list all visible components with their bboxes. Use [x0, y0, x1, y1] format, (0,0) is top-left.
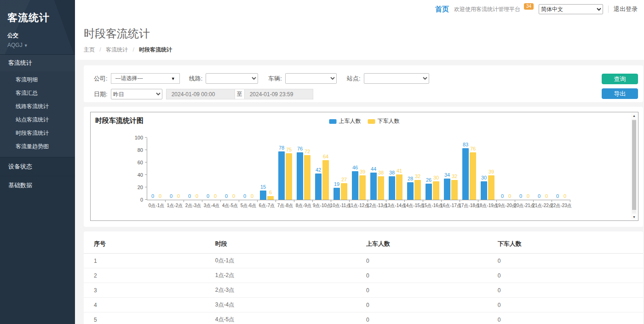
bar-group: 002点-3点: [184, 138, 202, 200]
table-cell: 2: [84, 268, 215, 283]
sidebar-item[interactable]: 基础数据: [0, 176, 75, 195]
legend-item[interactable]: 下车人数: [368, 117, 400, 125]
scrollbar-thumb[interactable]: [632, 120, 636, 210]
sidebar-subitem[interactable]: 时段客流统计: [0, 127, 75, 140]
table-row: 10点-1点00: [84, 254, 643, 268]
sidebar-subitem[interactable]: 站点客流统计: [0, 113, 75, 127]
y-axis-tick: [145, 187, 147, 187]
bar-value-label: 64: [323, 154, 328, 160]
bar-group: 0020点-21点: [515, 138, 534, 200]
chart-vertical-scrollbar[interactable]: ▲ ▼: [631, 113, 638, 220]
vehicle-select[interactable]: [285, 73, 337, 84]
breadcrumb-section[interactable]: 客流统计: [106, 46, 128, 53]
table-header-cell: 下车人数: [498, 236, 643, 254]
line-label: 线路:: [189, 75, 203, 83]
bar-column: 0: [249, 193, 255, 200]
bar-column: 0: [536, 193, 542, 200]
bar-column: 28: [407, 176, 414, 200]
topbar-divider: [608, 6, 609, 13]
y-axis-tick: [145, 199, 147, 200]
bar-group: 003点-4点: [202, 138, 221, 200]
bar-column: 0: [212, 193, 218, 200]
company-switcher[interactable]: AQGJ▼: [7, 42, 75, 48]
bar: [426, 184, 432, 200]
bar-value-label: 42: [316, 167, 321, 173]
scroll-down-icon[interactable]: ▼: [632, 214, 636, 220]
bar-column: 38: [378, 170, 384, 200]
sidebar-item[interactable]: 设备状态: [0, 157, 75, 176]
bar-value-label: 0: [508, 193, 511, 199]
bar-value-label: 0: [225, 193, 228, 199]
bar-column: 6: [267, 190, 274, 200]
sidebar-subitem[interactable]: 客流明细: [0, 73, 75, 87]
bar: [341, 183, 347, 200]
bar-column: 0: [518, 193, 524, 200]
app-title: 客流统计: [7, 11, 75, 25]
bar: [389, 176, 395, 200]
line-select[interactable]: [206, 73, 258, 84]
bar: [370, 173, 377, 200]
bar-column: 19: [334, 181, 340, 200]
bar-group: 001点-2点: [166, 138, 184, 200]
home-link[interactable]: 首页: [435, 5, 449, 14]
bar-column: 0: [186, 193, 193, 200]
legend-item[interactable]: 上车人数: [329, 117, 361, 125]
bar-column: 0: [223, 193, 230, 200]
table-cell: 0: [498, 312, 643, 324]
bar-group: 005点-6点: [239, 138, 258, 200]
date-from-input[interactable]: [166, 89, 235, 99]
legend-swatch: [329, 119, 337, 124]
x-axis-label: 19点-20点: [495, 202, 517, 209]
scroll-up-icon[interactable]: ▲: [632, 113, 636, 119]
export-button[interactable]: 导出: [602, 88, 638, 99]
x-axis-label: 8点-9点: [296, 202, 311, 209]
bar-column: 27: [341, 177, 347, 200]
date-preset-select[interactable]: 昨日: [111, 89, 162, 99]
sidebar-subitem[interactable]: 客流量趋势图: [0, 140, 75, 153]
table-cell: 0: [498, 254, 643, 268]
legend-label: 上车人数: [339, 117, 361, 125]
table-row: 54点-5点00: [84, 312, 643, 324]
bar-value-label: 0: [159, 193, 161, 199]
company-select[interactable]: ---请选择--- ▼: [111, 73, 180, 84]
sidebar-subitem[interactable]: 线路客流统计: [0, 100, 75, 113]
bar-group: 000点-1点: [147, 138, 166, 200]
chart-legend: 上车人数下车人数: [329, 117, 400, 125]
bar-value-label: 32: [452, 174, 457, 179]
table-cell: 4: [84, 298, 215, 312]
filter-row-2: 日期: 昨日 至: [94, 89, 592, 99]
bar-column: 26: [426, 177, 432, 200]
bar-value-label: 0: [545, 193, 548, 199]
logout-link[interactable]: 退出登录: [614, 5, 638, 13]
bar-column: 75: [286, 147, 292, 200]
bar-group: 343216点-17点: [442, 138, 460, 200]
language-select[interactable]: 简体中文: [539, 4, 603, 14]
bar-column: 72: [304, 149, 310, 200]
bar-column: 0: [499, 193, 506, 200]
bar-value-label: 28: [408, 176, 413, 182]
breadcrumb-separator: /: [99, 46, 101, 53]
table-body: 10点-1点0021点-2点0032点-3点0043点-4点0054点-5点00…: [84, 254, 643, 324]
bar-value-label: 76: [470, 146, 476, 152]
x-axis-label: 9点-10点: [313, 202, 331, 209]
sidebar-subitem[interactable]: 客流汇总: [0, 87, 75, 100]
sidebar-item-passenger-stats[interactable]: 客流统计: [0, 55, 75, 71]
table-row: 21点-2点00: [84, 268, 643, 283]
content: 公司: ---请选择--- ▼ 线路: 车辆: 站点: 日期: 昨日: [75, 60, 644, 324]
date-to-label: 至: [235, 89, 244, 99]
query-button[interactable]: 查询: [602, 74, 638, 84]
notification-badge[interactable]: 34: [524, 3, 534, 10]
breadcrumb-separator: /: [132, 46, 134, 53]
station-select[interactable]: [364, 73, 429, 84]
date-to-input[interactable]: [244, 89, 313, 99]
x-axis-label: 1点-2点: [167, 202, 183, 209]
table-header-cell: 时段: [215, 236, 366, 254]
bar: [488, 175, 494, 200]
bar-column: 30: [481, 175, 487, 200]
breadcrumb-home[interactable]: 主页: [84, 46, 95, 53]
welcome-text: 欢迎使用客流统计管理平台: [454, 6, 520, 13]
bar-column: 78: [278, 145, 285, 200]
bar-column: 0: [554, 193, 561, 200]
scrollbar-track[interactable]: [632, 119, 636, 214]
bar-value-label: 0: [243, 193, 246, 199]
